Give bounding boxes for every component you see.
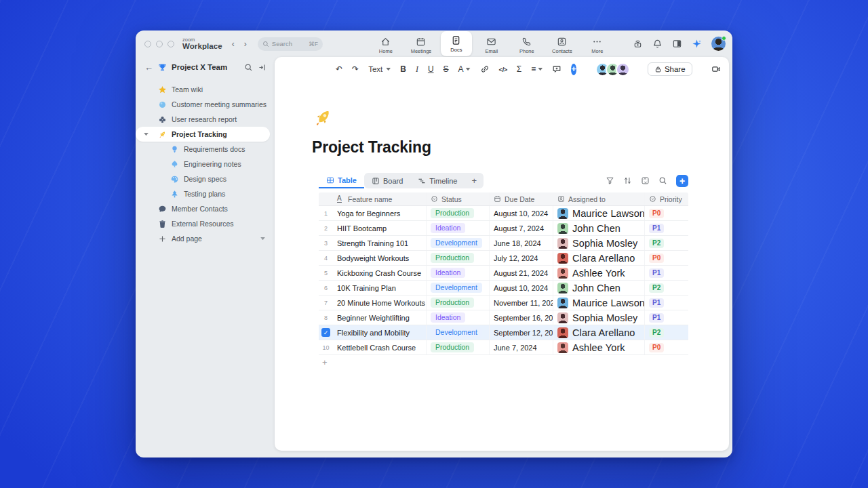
feature-name-cell[interactable]: HIIT Bootcamp [333, 221, 427, 235]
sort-icon[interactable] [623, 176, 632, 185]
feature-name-cell[interactable]: Strength Training 101 [333, 236, 427, 250]
device-icon[interactable] [633, 39, 643, 49]
maximize-window-icon[interactable] [167, 41, 174, 47]
redo-icon[interactable]: ↷ [352, 64, 359, 74]
strikethrough-button[interactable]: S [443, 64, 449, 74]
assigned-to-cell[interactable]: John Chen [553, 221, 645, 235]
feature-name-cell[interactable]: Yoga for Beginners [333, 206, 427, 220]
filter-icon[interactable] [606, 176, 614, 185]
feature-name-cell[interactable]: Beginner Weightlifting [333, 310, 427, 325]
feature-name-cell[interactable]: Bodyweight Workouts [333, 251, 427, 265]
status-cell[interactable]: Production [427, 296, 490, 310]
feature-name-cell[interactable]: 10K Training Plan [333, 281, 427, 295]
ai-companion-icon[interactable] [692, 39, 702, 49]
italic-button[interactable]: I [416, 64, 418, 75]
add-view-tab-button[interactable]: + [465, 176, 484, 186]
comment-icon[interactable] [552, 64, 561, 74]
sidebar-item-team-wiki[interactable]: Team wiki [136, 82, 275, 97]
status-cell[interactable]: Production [427, 206, 490, 220]
list-dropdown[interactable]: ≡ [531, 64, 542, 74]
assigned-to-cell[interactable]: Maurice Lawson [553, 206, 645, 220]
collaborator-avatar-3[interactable] [616, 62, 630, 77]
nav-contacts[interactable]: Contacts [547, 34, 578, 56]
sidebar-item-engineering-notes[interactable]: Engineering notes [136, 157, 275, 171]
assigned-to-cell[interactable]: Sophia Mosley [553, 236, 645, 250]
table-row[interactable]: 720 Minute Home WorkoutsProductionNovemb… [319, 296, 688, 310]
video-call-icon[interactable] [711, 64, 721, 74]
formula-icon[interactable]: Σ [517, 64, 521, 74]
table-row[interactable]: 4Bodyweight WorkoutsProductionJuly 12, 2… [319, 251, 688, 266]
table-row[interactable]: 610K Training PlanDevelopmentAugust 10, … [319, 281, 688, 296]
add-row-button[interactable]: + [319, 355, 688, 369]
tab-board[interactable]: Board [364, 177, 410, 185]
priority-cell[interactable]: P0 [645, 251, 688, 265]
link-icon[interactable] [480, 64, 490, 74]
column-header-due-date[interactable]: Due Date [490, 192, 553, 205]
window-controls[interactable] [144, 41, 174, 47]
status-cell[interactable]: Ideation [427, 266, 490, 280]
priority-cell[interactable]: P1 [645, 266, 688, 280]
text-style-dropdown[interactable]: Text [368, 65, 391, 73]
status-cell[interactable]: Production [427, 340, 490, 354]
status-cell[interactable]: Development [427, 325, 490, 340]
due-date-cell[interactable]: July 12, 2024 [490, 251, 553, 265]
priority-cell[interactable]: P1 [645, 310, 688, 325]
add-page-button[interactable]: Add page [136, 231, 275, 246]
feature-name-cell[interactable]: Kettlebell Crash Course [333, 340, 427, 354]
add-record-button[interactable]: + [676, 175, 688, 187]
assigned-to-cell[interactable]: Clara Arellano [553, 325, 645, 340]
assigned-to-cell[interactable]: Sophia Mosley [553, 310, 645, 325]
priority-cell[interactable]: P2 [645, 236, 688, 250]
panel-icon[interactable] [672, 39, 682, 49]
sidebar-item-requirements-docs[interactable]: Requirements docs [136, 142, 275, 157]
priority-cell[interactable]: P1 [645, 221, 688, 235]
row-checkbox-checked[interactable]: ✓ [321, 328, 330, 337]
sidebar-item-member-contacts[interactable]: Member Contacts [136, 201, 275, 216]
assigned-to-cell[interactable]: Clara Arellano [553, 251, 645, 265]
due-date-cell[interactable]: June 18, 2024 [490, 236, 553, 250]
priority-cell[interactable]: P1 [645, 296, 688, 310]
column-header-feature-name[interactable]: AFeature name [333, 192, 427, 205]
sidebar-item-testing-plans[interactable]: Testing plans [136, 186, 275, 201]
due-date-cell[interactable]: June 7, 2024 [490, 340, 553, 354]
feature-name-cell[interactable]: Kickboxing Crash Course [333, 266, 427, 280]
column-header-priority[interactable]: Priority [645, 192, 688, 205]
table-row[interactable]: 5Kickboxing Crash CourseIdeationAugust 2… [319, 266, 688, 281]
status-cell[interactable]: Ideation [427, 310, 490, 325]
feature-name-cell[interactable]: 20 Minute Home Workouts [333, 296, 427, 310]
history-forward-icon[interactable]: › [244, 39, 247, 49]
nav-more[interactable]: More [582, 34, 613, 56]
tab-table[interactable]: Table [319, 173, 364, 188]
sidebar-search-icon[interactable] [244, 63, 253, 72]
priority-cell[interactable]: P2 [645, 325, 688, 340]
feature-name-cell[interactable]: Flexibility and Mobility [333, 325, 427, 340]
table-row[interactable]: 8Beginner WeightliftingIdeationSeptember… [319, 310, 688, 325]
expand-chevron-icon[interactable] [144, 133, 149, 136]
table-row[interactable]: 1Yoga for BeginnersProductionAugust 10, … [319, 206, 688, 221]
table-row[interactable]: 10Kettlebell Crash CourseProductionJune … [319, 340, 688, 355]
table-row[interactable]: ✓Flexibility and MobilityDevelopmentSept… [319, 325, 688, 340]
column-header-status[interactable]: Status [427, 192, 490, 205]
insert-block-button[interactable]: + [571, 64, 576, 75]
code-icon[interactable]: </> [499, 66, 507, 73]
due-date-cell[interactable]: November 11, 2024 [490, 296, 553, 310]
assigned-to-cell[interactable]: Maurice Lawson [553, 296, 645, 310]
priority-cell[interactable]: P0 [645, 206, 688, 220]
assigned-to-cell[interactable]: John Chen [553, 281, 645, 295]
due-date-cell[interactable]: September 16, 2024 [490, 310, 553, 325]
underline-button[interactable]: U [428, 64, 434, 74]
history-back-icon[interactable]: ‹ [232, 39, 235, 49]
priority-cell[interactable]: P2 [645, 281, 688, 295]
notifications-icon[interactable] [652, 39, 663, 49]
nav-email[interactable]: Email [476, 34, 507, 56]
close-window-icon[interactable] [144, 41, 151, 47]
tab-timeline[interactable]: Timeline [410, 177, 465, 185]
due-date-cell[interactable]: August 10, 2024 [490, 281, 553, 295]
sidebar-item-project-tracking[interactable]: Project Tracking [136, 127, 270, 142]
user-avatar[interactable] [711, 37, 726, 51]
sidebar-back-icon[interactable]: ← [144, 62, 153, 73]
minimize-window-icon[interactable] [156, 41, 163, 47]
priority-cell[interactable]: P0 [645, 340, 688, 354]
nav-docs[interactable]: Docs [441, 31, 472, 56]
assigned-to-cell[interactable]: Ashlee York [553, 266, 645, 280]
